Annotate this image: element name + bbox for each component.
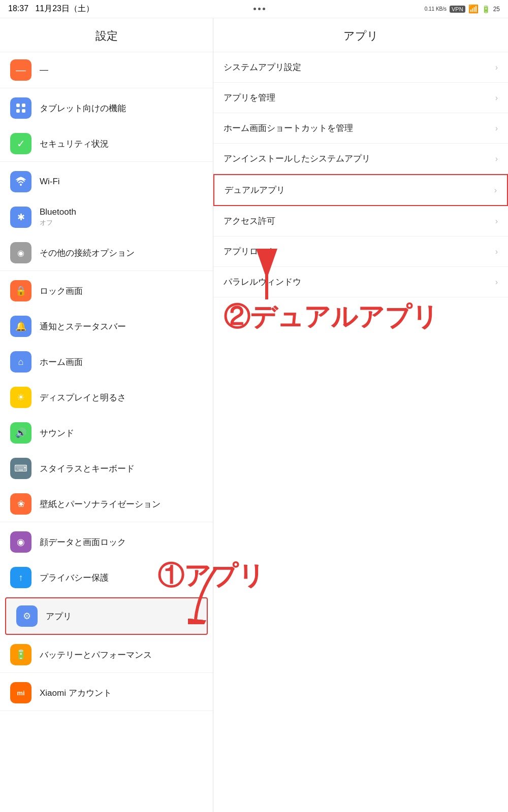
- apps-item-uninstalled[interactable]: アンインストールしたシステムアプリ ›: [213, 144, 508, 174]
- status-time-date: 18:37 11月23日（土）: [8, 4, 94, 14]
- apps-item-label-manage-apps: アプリを管理: [224, 92, 491, 104]
- settings-section-top: — —: [0, 52, 213, 88]
- settings-item-battery[interactable]: 🔋 バッテリーとパフォーマンス: [0, 637, 213, 672]
- apps-item-label-dual-apps: デュアルアプリ: [225, 184, 490, 196]
- settings-item-privacy[interactable]: ↑ プライバシー保護: [0, 560, 213, 595]
- apps-item-label-parallel: パラレルウィンドウ: [224, 276, 491, 288]
- icon-home: ⌂: [10, 351, 31, 373]
- apps-item-system-apps[interactable]: システムアプリ設定 ›: [213, 52, 508, 83]
- apps-item-manage-apps[interactable]: アプリを管理 ›: [213, 83, 508, 113]
- left-panel-title: 設定: [0, 18, 213, 52]
- item-label-top: —: [40, 65, 203, 75]
- item-label-wallpaper: 壁紙とパーソナライゼーション: [40, 498, 203, 510]
- chevron-manage-apps: ›: [495, 93, 498, 103]
- icon-tablet: [10, 97, 31, 119]
- item-label-mi: Xiaomi アカウント: [40, 687, 203, 699]
- settings-item-sound[interactable]: 🔊 サウンド: [0, 415, 213, 451]
- item-label-bluetooth: Bluetooth: [40, 207, 203, 217]
- icon-bluetooth: ✱: [10, 207, 31, 228]
- settings-item-tablet[interactable]: タブレット向けの機能: [0, 90, 213, 126]
- item-label-lock: ロック画面: [40, 285, 203, 297]
- status-time: 18:37: [8, 4, 28, 13]
- settings-item-lock[interactable]: 🔒 ロック画面: [0, 273, 213, 309]
- chevron-uninstalled: ›: [495, 154, 498, 163]
- apps-item-access[interactable]: アクセス許可 ›: [213, 206, 508, 236]
- settings-section-account: mi Xiaomi アカウント: [0, 675, 213, 711]
- settings-item-keyboard[interactable]: ⌨ スタイラスとキーボード: [0, 451, 213, 486]
- settings-list: — —: [0, 52, 213, 711]
- apps-item-label-system-apps: システムアプリ設定: [224, 61, 491, 73]
- apps-item-label-home-shortcuts: ホーム画面ショートカットを管理: [224, 122, 491, 134]
- main-layout: 設定 — —: [0, 18, 508, 812]
- chevron-parallel: ›: [495, 278, 498, 287]
- settings-item-home[interactable]: ⌂ ホーム画面: [0, 344, 213, 380]
- item-label-wifi: Wi-Fi: [40, 177, 203, 187]
- status-center: [253, 8, 265, 10]
- apps-item-app-lock[interactable]: アプリロック ›: [213, 236, 508, 267]
- icon-display: ☀: [10, 387, 31, 408]
- item-label-apps: アプリ: [46, 611, 197, 622]
- icon-battery: 🔋: [10, 644, 31, 665]
- icon-security: ✓: [10, 133, 31, 154]
- settings-item-wallpaper[interactable]: ❀ 壁紙とパーソナライゼーション: [0, 486, 213, 522]
- left-panel: 設定 — —: [0, 18, 213, 812]
- icon-sound: 🔊: [10, 422, 31, 444]
- icon-wallpaper: ❀: [10, 493, 31, 515]
- svg-rect-2: [16, 109, 20, 113]
- settings-item-connections[interactable]: ◉ その他の接続オプション: [0, 235, 213, 270]
- icon-lock: 🔒: [10, 280, 31, 301]
- item-label-keyboard: スタイラスとキーボード: [40, 463, 203, 475]
- svg-rect-0: [16, 104, 20, 107]
- right-panel-title: アプリ: [213, 18, 508, 52]
- svg-rect-1: [22, 104, 25, 107]
- status-date: 11月23日（土）: [35, 4, 94, 13]
- icon-privacy: ↑: [10, 567, 31, 588]
- chevron-system-apps: ›: [495, 63, 498, 72]
- settings-item-mi[interactable]: mi Xiaomi アカウント: [0, 675, 213, 710]
- data-speed: 0.11 KB/s: [425, 6, 447, 12]
- apps-item-label-uninstalled: アンインストールしたシステムアプリ: [224, 153, 491, 164]
- chevron-dual-apps: ›: [494, 186, 497, 195]
- icon-connections: ◉: [10, 242, 31, 263]
- icon-apps: ⚙: [16, 605, 38, 627]
- item-label-connections: その他の接続オプション: [40, 247, 203, 259]
- right-panel: アプリ システムアプリ設定 › アプリを管理 › ホーム画面ショートカットを管理…: [213, 18, 508, 812]
- battery-icon: 🔋: [482, 5, 490, 13]
- settings-item-wifi[interactable]: Wi-Fi: [0, 164, 213, 199]
- apps-item-parallel[interactable]: パラレルウィンドウ ›: [213, 267, 508, 297]
- settings-item-bluetooth[interactable]: ✱ Bluetooth オフ: [0, 199, 213, 235]
- settings-item-face[interactable]: ◉ 顔データと画面ロック: [0, 524, 213, 560]
- settings-section-2: タブレット向けの機能 ✓ セキュリティ状況: [0, 90, 213, 162]
- apps-item-label-app-lock: アプリロック: [224, 246, 491, 257]
- settings-section-connectivity: Wi-Fi ✱ Bluetooth オフ ◉ その他の接続オプション: [0, 164, 213, 271]
- item-label-security: セキュリティ状況: [40, 138, 203, 150]
- settings-item-security[interactable]: ✓ セキュリティ状況: [0, 126, 213, 161]
- chevron-access: ›: [495, 217, 498, 226]
- item-label-display: ディスプレイと明るさ: [40, 392, 203, 403]
- settings-item-top[interactable]: — —: [0, 52, 213, 88]
- svg-point-4: [20, 184, 22, 186]
- item-label-battery: バッテリーとパフォーマンス: [40, 649, 203, 661]
- settings-item-notify[interactable]: 🔔 通知とステータスバー: [0, 309, 213, 344]
- battery-level: 25: [493, 6, 500, 13]
- icon-notify: 🔔: [10, 316, 31, 337]
- settings-section-security-apps: ◉ 顔データと画面ロック ↑ プライバシー保護 ⚙ アプリ: [0, 524, 213, 673]
- item-label-face: 顔データと画面ロック: [40, 536, 203, 548]
- dot1: [253, 8, 256, 10]
- apps-item-home-shortcuts[interactable]: ホーム画面ショートカットを管理 ›: [213, 113, 508, 144]
- settings-item-apps[interactable]: ⚙ アプリ: [5, 597, 208, 635]
- settings-item-display[interactable]: ☀ ディスプレイと明るさ: [0, 380, 213, 415]
- icon-keyboard: ⌨: [10, 458, 31, 479]
- item-label-tablet: タブレット向けの機能: [40, 103, 203, 114]
- status-bar: 18:37 11月23日（土） 0.11 KB/s VPN 📶 🔋 25: [0, 0, 508, 18]
- item-label-home: ホーム画面: [40, 356, 203, 368]
- icon-wifi: [10, 171, 31, 192]
- dot2: [258, 8, 261, 10]
- item-label-sound: サウンド: [40, 427, 203, 439]
- apps-item-label-access: アクセス許可: [224, 215, 491, 227]
- status-right: 0.11 KB/s VPN 📶 🔋 25: [425, 4, 500, 14]
- apps-item-dual-apps[interactable]: デュアルアプリ ›: [213, 174, 508, 206]
- item-label-privacy: プライバシー保護: [40, 572, 203, 584]
- item-label-notify: 通知とステータスバー: [40, 321, 203, 332]
- apps-list: システムアプリ設定 › アプリを管理 › ホーム画面ショートカットを管理 › ア…: [213, 52, 508, 297]
